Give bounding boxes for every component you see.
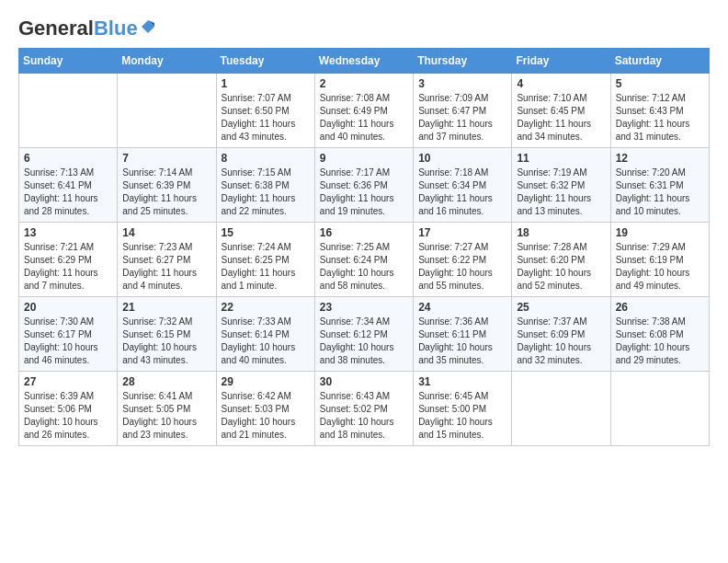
calendar-cell: 10Sunrise: 7:18 AM Sunset: 6:34 PM Dayli…: [414, 148, 512, 223]
day-number: 18: [517, 226, 605, 239]
calendar-cell: [19, 74, 118, 148]
calendar-cell: 2Sunrise: 7:08 AM Sunset: 6:49 PM Daylig…: [314, 74, 413, 148]
day-number: 13: [24, 226, 112, 239]
calendar-cell: 30Sunrise: 6:43 AM Sunset: 5:02 PM Dayli…: [314, 372, 413, 446]
day-number: 22: [222, 301, 310, 314]
day-info: Sunrise: 7:24 AM Sunset: 6:25 PM Dayligh…: [222, 241, 310, 293]
day-number: 20: [24, 301, 112, 314]
day-number: 5: [616, 77, 704, 90]
day-info: Sunrise: 7:20 AM Sunset: 6:31 PM Dayligh…: [616, 167, 704, 218]
day-info: Sunrise: 7:13 AM Sunset: 6:41 PM Dayligh…: [24, 167, 112, 218]
day-info: Sunrise: 7:25 AM Sunset: 6:24 PM Dayligh…: [320, 241, 408, 293]
weekday-header-row: SundayMondayTuesdayWednesdayThursdayFrid…: [19, 49, 710, 74]
logo-icon: [140, 18, 156, 35]
day-info: Sunrise: 7:30 AM Sunset: 6:17 PM Dayligh…: [24, 316, 112, 367]
calendar-cell: 18Sunrise: 7:28 AM Sunset: 6:20 PM Dayli…: [512, 223, 610, 297]
day-info: Sunrise: 7:33 AM Sunset: 6:14 PM Dayligh…: [222, 316, 310, 367]
day-number: 15: [222, 226, 310, 239]
day-info: Sunrise: 7:08 AM Sunset: 6:49 PM Dayligh…: [320, 92, 408, 144]
calendar-cell: 1Sunrise: 7:07 AM Sunset: 6:50 PM Daylig…: [216, 74, 314, 148]
day-number: 26: [616, 301, 704, 314]
page-header: GeneralBlue Blue: [18, 18, 710, 39]
day-number: 23: [320, 301, 408, 314]
calendar-cell: 17Sunrise: 7:27 AM Sunset: 6:22 PM Dayli…: [414, 223, 512, 297]
calendar-cell: 25Sunrise: 7:37 AM Sunset: 6:09 PM Dayli…: [512, 297, 610, 372]
day-info: Sunrise: 7:36 AM Sunset: 6:11 PM Dayligh…: [418, 316, 506, 367]
calendar-cell: 11Sunrise: 7:19 AM Sunset: 6:32 PM Dayli…: [512, 148, 610, 223]
calendar-cell: 28Sunrise: 6:41 AM Sunset: 5:05 PM Dayli…: [118, 372, 216, 446]
day-info: Sunrise: 6:43 AM Sunset: 5:02 PM Dayligh…: [320, 390, 408, 442]
calendar-cell: 5Sunrise: 7:12 AM Sunset: 6:43 PM Daylig…: [610, 74, 709, 148]
day-info: Sunrise: 6:39 AM Sunset: 5:06 PM Dayligh…: [24, 390, 112, 442]
weekday-header: Saturday: [610, 49, 709, 74]
calendar-week-row: 1Sunrise: 7:07 AM Sunset: 6:50 PM Daylig…: [19, 74, 710, 148]
day-number: 8: [222, 152, 310, 165]
day-number: 7: [122, 152, 210, 165]
calendar-cell: 21Sunrise: 7:32 AM Sunset: 6:15 PM Dayli…: [118, 297, 216, 372]
day-number: 21: [122, 301, 210, 314]
day-number: 4: [517, 77, 605, 90]
day-number: 29: [222, 375, 310, 388]
day-info: Sunrise: 7:32 AM Sunset: 6:15 PM Dayligh…: [122, 316, 210, 367]
calendar-cell: 6Sunrise: 7:13 AM Sunset: 6:41 PM Daylig…: [19, 148, 118, 223]
logo-blue: Blue: [94, 17, 138, 40]
day-info: Sunrise: 7:19 AM Sunset: 6:32 PM Dayligh…: [517, 167, 605, 218]
calendar-cell: 23Sunrise: 7:34 AM Sunset: 6:12 PM Dayli…: [314, 297, 413, 372]
calendar-cell: 7Sunrise: 7:14 AM Sunset: 6:39 PM Daylig…: [118, 148, 216, 223]
calendar-cell: 14Sunrise: 7:23 AM Sunset: 6:27 PM Dayli…: [118, 223, 216, 297]
day-info: Sunrise: 7:18 AM Sunset: 6:34 PM Dayligh…: [418, 167, 506, 218]
day-info: Sunrise: 7:34 AM Sunset: 6:12 PM Dayligh…: [320, 316, 408, 367]
calendar-week-row: 13Sunrise: 7:21 AM Sunset: 6:29 PM Dayli…: [19, 223, 710, 297]
day-info: Sunrise: 7:29 AM Sunset: 6:19 PM Dayligh…: [616, 241, 704, 293]
weekday-header: Friday: [512, 49, 610, 74]
day-info: Sunrise: 7:28 AM Sunset: 6:20 PM Dayligh…: [517, 241, 605, 293]
day-number: 17: [418, 226, 506, 239]
day-number: 14: [122, 226, 210, 239]
calendar-cell: 31Sunrise: 6:45 AM Sunset: 5:00 PM Dayli…: [414, 372, 512, 446]
day-number: 3: [418, 77, 506, 90]
day-number: 30: [320, 375, 408, 388]
day-number: 28: [122, 375, 210, 388]
calendar-week-row: 27Sunrise: 6:39 AM Sunset: 5:06 PM Dayli…: [19, 372, 710, 446]
day-number: 12: [616, 152, 704, 165]
weekday-header: Monday: [118, 49, 216, 74]
weekday-header: Wednesday: [314, 49, 413, 74]
day-number: 16: [320, 226, 408, 239]
calendar-cell: [512, 372, 610, 446]
calendar-week-row: 6Sunrise: 7:13 AM Sunset: 6:41 PM Daylig…: [19, 148, 710, 223]
day-number: 1: [222, 77, 310, 90]
day-number: 9: [320, 152, 408, 165]
day-number: 2: [320, 77, 408, 90]
calendar-cell: 9Sunrise: 7:17 AM Sunset: 6:36 PM Daylig…: [314, 148, 413, 223]
day-number: 25: [517, 301, 605, 314]
day-number: 31: [418, 375, 506, 388]
day-info: Sunrise: 7:23 AM Sunset: 6:27 PM Dayligh…: [122, 241, 210, 293]
day-info: Sunrise: 7:17 AM Sunset: 6:36 PM Dayligh…: [320, 167, 408, 218]
day-info: Sunrise: 7:14 AM Sunset: 6:39 PM Dayligh…: [122, 167, 210, 218]
logo-general: General: [18, 17, 94, 40]
calendar-cell: 26Sunrise: 7:38 AM Sunset: 6:08 PM Dayli…: [610, 297, 709, 372]
calendar-cell: 19Sunrise: 7:29 AM Sunset: 6:19 PM Dayli…: [610, 223, 709, 297]
calendar-table: SundayMondayTuesdayWednesdayThursdayFrid…: [18, 48, 710, 446]
day-info: Sunrise: 6:45 AM Sunset: 5:00 PM Dayligh…: [418, 390, 506, 442]
day-number: 24: [418, 301, 506, 314]
calendar-cell: 12Sunrise: 7:20 AM Sunset: 6:31 PM Dayli…: [610, 148, 709, 223]
day-number: 11: [517, 152, 605, 165]
calendar-cell: 29Sunrise: 6:42 AM Sunset: 5:03 PM Dayli…: [216, 372, 314, 446]
calendar-cell: 15Sunrise: 7:24 AM Sunset: 6:25 PM Dayli…: [216, 223, 314, 297]
day-info: Sunrise: 7:37 AM Sunset: 6:09 PM Dayligh…: [517, 316, 605, 367]
weekday-header: Sunday: [19, 49, 118, 74]
calendar-cell: 20Sunrise: 7:30 AM Sunset: 6:17 PM Dayli…: [19, 297, 118, 372]
calendar-week-row: 20Sunrise: 7:30 AM Sunset: 6:17 PM Dayli…: [19, 297, 710, 372]
calendar-cell: 27Sunrise: 6:39 AM Sunset: 5:06 PM Dayli…: [19, 372, 118, 446]
day-info: Sunrise: 7:10 AM Sunset: 6:45 PM Dayligh…: [517, 92, 605, 144]
day-info: Sunrise: 7:07 AM Sunset: 6:50 PM Dayligh…: [222, 92, 310, 144]
day-number: 6: [24, 152, 112, 165]
day-info: Sunrise: 6:41 AM Sunset: 5:05 PM Dayligh…: [122, 390, 210, 442]
calendar-cell: 4Sunrise: 7:10 AM Sunset: 6:45 PM Daylig…: [512, 74, 610, 148]
day-number: 19: [616, 226, 704, 239]
day-number: 10: [418, 152, 506, 165]
day-info: Sunrise: 7:38 AM Sunset: 6:08 PM Dayligh…: [616, 316, 704, 367]
logo: GeneralBlue Blue: [18, 18, 156, 39]
calendar-cell: 3Sunrise: 7:09 AM Sunset: 6:47 PM Daylig…: [414, 74, 512, 148]
